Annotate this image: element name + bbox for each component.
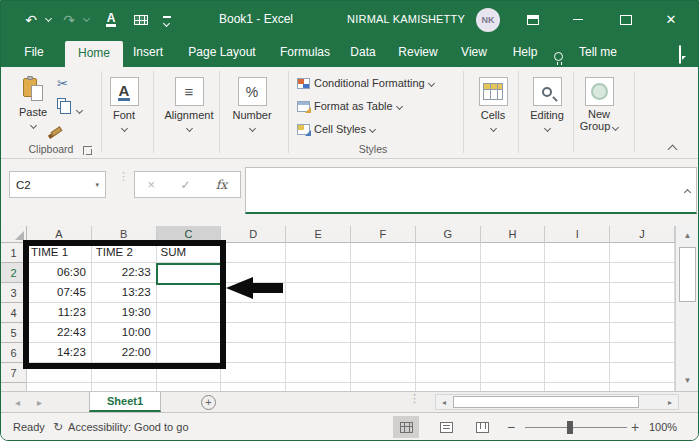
qat-customize-button[interactable] [159,1,175,38]
tab-help[interactable]: Help [509,38,542,67]
cell-I7[interactable] [545,363,610,383]
column-header-j[interactable]: J [610,226,675,243]
tab-bar-splitter[interactable]: ⋮ [409,395,420,402]
redo-button[interactable]: ↷ [59,1,79,38]
cell-I[interactable] [545,383,610,391]
cells-group-button[interactable]: Cells [469,77,517,133]
tab-formulas[interactable]: Formulas [276,38,334,67]
cell-D7[interactable] [221,363,286,383]
cell-F[interactable] [351,383,416,391]
cell-H2[interactable] [481,263,546,283]
cell-E7[interactable] [286,363,351,383]
cell-J1[interactable] [610,243,675,263]
column-header-d[interactable]: D [221,226,286,243]
cell-J3[interactable] [610,283,675,303]
tab-file[interactable]: File [20,38,47,67]
cell-D4[interactable] [221,303,286,323]
cell-G3[interactable] [416,283,481,303]
editing-group-button[interactable]: Editing [522,77,572,133]
horizontal-scrollbar[interactable]: ◂ ▸ [435,394,679,410]
sheet-tab-sheet1[interactable]: Sheet1 [89,392,161,412]
cell-D6[interactable] [221,343,286,363]
column-header-e[interactable]: E [286,226,351,243]
cell-F6[interactable] [351,343,416,363]
scroll-up-button[interactable]: ▲ [676,226,699,244]
copy-dropdown[interactable] [77,103,82,115]
close-button[interactable]: ✕ [656,1,686,38]
tab-home[interactable]: Home [65,41,123,67]
cell-J2[interactable] [610,263,675,283]
cell-F3[interactable] [351,283,416,303]
cell-H5[interactable] [481,323,546,343]
collapse-ribbon-button[interactable] [669,143,676,155]
undo-dropdown[interactable] [43,1,53,38]
cell-C[interactable] [157,383,222,391]
cell-D5[interactable] [221,323,286,343]
cell-J5[interactable] [610,323,675,343]
cell-I1[interactable] [545,243,610,263]
insert-function-icon[interactable]: fx [216,177,228,192]
cell-J7[interactable] [610,363,675,383]
maximize-button[interactable] [611,1,641,38]
cell-H4[interactable] [481,303,546,323]
cell-E5[interactable] [286,323,351,343]
cell-I3[interactable] [545,283,610,303]
cell-J6[interactable] [610,343,675,363]
scroll-right-button[interactable]: ▸ [662,395,678,409]
cell-F1[interactable] [351,243,416,263]
cell-I4[interactable] [545,303,610,323]
cell-styles-button[interactable]: Cell Styles [297,123,375,135]
enter-icon[interactable]: ✓ [180,178,190,192]
cell-J4[interactable] [610,303,675,323]
cell-E1[interactable] [286,243,351,263]
formula-bar-expand-button[interactable] [685,181,690,199]
ribbon-display-options-button[interactable] [518,1,548,38]
tab-insert[interactable]: Insert [129,38,167,67]
cell-F5[interactable] [351,323,416,343]
avatar[interactable]: NK [476,8,500,32]
cell-F4[interactable] [351,303,416,323]
formula-bar-splitter[interactable]: ⋮ [118,172,129,180]
cell-I6[interactable] [545,343,610,363]
font-group-button[interactable]: A Font [101,77,147,133]
cell-B[interactable] [92,383,157,391]
number-group-button[interactable]: % Number [226,77,278,133]
zoom-out-button[interactable]: − [507,413,515,441]
alignment-group-button[interactable]: ≡ Alignment [158,77,220,133]
scroll-left-button[interactable]: ◂ [436,395,452,409]
zoom-in-button[interactable]: + [631,413,639,441]
cell-H1[interactable] [481,243,546,263]
cell-G6[interactable] [416,343,481,363]
cell-E6[interactable] [286,343,351,363]
formula-input[interactable] [245,167,697,214]
zoom-level[interactable]: 100% [649,413,677,441]
accessibility-status[interactable]: ↻ Accessibility: Good to go [53,413,189,441]
cell-G2[interactable] [416,263,481,283]
vertical-scroll-thumb[interactable] [679,247,696,302]
user-name[interactable]: NIRMAL KAMISHETTY [341,1,465,38]
cell-G[interactable] [416,383,481,391]
cell-E3[interactable] [286,283,351,303]
cut-button[interactable]: ✂ [57,77,68,90]
column-header-f[interactable]: F [351,226,416,243]
zoom-slider-thumb[interactable] [567,421,573,434]
cell-J[interactable] [610,383,675,391]
column-header-h[interactable]: H [481,226,546,243]
page-break-view-button[interactable] [469,416,495,438]
cell-H[interactable] [481,383,546,391]
undo-button[interactable]: ↶ [21,1,41,38]
feedback-comment-icon[interactable] [679,46,681,64]
redo-dropdown[interactable] [81,1,91,38]
column-header-i[interactable]: I [545,226,610,243]
zoom-slider-track[interactable] [525,427,627,428]
cell-G7[interactable] [416,363,481,383]
cancel-icon[interactable]: × [148,177,156,192]
format-as-table-button[interactable]: Format as Table [297,100,402,112]
column-header-g[interactable]: G [416,226,481,243]
scroll-down-button[interactable]: ▼ [676,371,699,389]
borders-button[interactable] [131,1,151,38]
cell-E[interactable] [286,383,351,391]
cell-G1[interactable] [416,243,481,263]
tab-view[interactable]: View [457,38,491,67]
row-header-partial[interactable] [1,383,27,391]
